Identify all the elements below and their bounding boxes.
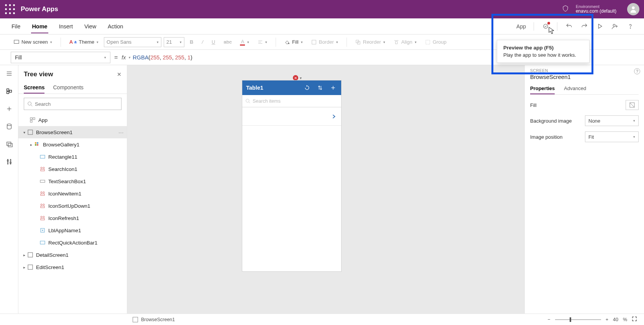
rail-hamburger-icon[interactable]: [5, 69, 14, 78]
bold-button[interactable]: B: [187, 38, 196, 46]
help-icon[interactable]: [623, 20, 637, 33]
svg-point-52: [43, 167, 44, 169]
svg-point-38: [7, 160, 8, 162]
chevron-down-icon[interactable]: ▾: [300, 76, 302, 80]
tree-node[interactable]: SearchIcon1: [18, 163, 127, 175]
menu-home[interactable]: Home: [31, 20, 48, 33]
tab-properties[interactable]: Properties: [530, 83, 555, 94]
app-preview-frame[interactable]: Table1 Search items: [242, 80, 341, 271]
tree-node[interactable]: LblAppName1: [18, 224, 127, 236]
text-align-button[interactable]: ▾: [255, 38, 270, 46]
tree-node[interactable]: TextSearchBox1: [18, 175, 127, 187]
tree-node-app[interactable]: App: [18, 114, 127, 126]
italic-button[interactable]: /: [199, 38, 206, 46]
rail-insert-icon[interactable]: [5, 104, 14, 113]
bgimage-select[interactable]: None▾: [585, 115, 639, 126]
menu-file[interactable]: File: [11, 20, 21, 33]
chevron-down-icon[interactable]: ▾: [21, 130, 27, 135]
rail-data-icon[interactable]: [5, 122, 14, 131]
tree-node-browsescreen[interactable]: ▾ BrowseScreen1 ···: [18, 126, 127, 138]
formula-input[interactable]: RGBA(255, 255, 255, 1): [133, 54, 192, 61]
font-size-select[interactable]: 21▾: [164, 37, 184, 47]
environment-icon[interactable]: [562, 5, 569, 13]
add-icon[interactable]: [329, 84, 337, 92]
zoom-slider[interactable]: [555, 319, 601, 320]
control-icon: [39, 215, 46, 221]
fill-color-picker[interactable]: [626, 100, 639, 110]
rail-media-icon[interactable]: [5, 140, 14, 149]
tree-node[interactable]: IconRefresh1: [18, 212, 127, 224]
panel-help-icon[interactable]: ?: [634, 68, 640, 74]
undo-icon[interactable]: [562, 20, 576, 33]
status-screen-name: BrowseScreen1: [141, 317, 175, 322]
tree-node-editscreen[interactable]: ▸EditScreen1: [18, 261, 127, 273]
strikethrough-button[interactable]: abc: [220, 38, 235, 46]
close-icon[interactable]: ✕: [117, 71, 122, 77]
textbox-icon: [39, 179, 46, 184]
chevron-right-icon[interactable]: ▸: [21, 265, 27, 269]
fit-to-window-icon[interactable]: [632, 316, 637, 323]
sort-icon[interactable]: [316, 84, 324, 92]
user-avatar[interactable]: [627, 3, 639, 15]
tab-advanced[interactable]: Advanced: [564, 83, 586, 94]
zoom-in-button[interactable]: +: [606, 317, 608, 322]
svg-point-40: [28, 102, 31, 105]
menu-action[interactable]: Action: [107, 20, 124, 33]
error-indicator[interactable]: ✕ ▾: [293, 75, 302, 80]
group-button[interactable]: Group: [422, 38, 450, 46]
tree-node-detailscreen[interactable]: ▸DetailScreen1: [18, 249, 127, 261]
tab-components[interactable]: Components: [53, 82, 83, 94]
svg-rect-50: [40, 155, 45, 158]
underline-button[interactable]: U: [209, 38, 218, 46]
canvas-area[interactable]: ✕ ▾ Table1 Search items: [127, 65, 524, 314]
svg-point-0: [5, 4, 7, 6]
tree-node-browsegallery[interactable]: ▸ BrowseGallery1: [18, 138, 127, 151]
fill-button[interactable]: Fill▾: [281, 38, 306, 46]
menu-insert[interactable]: Insert: [58, 20, 74, 33]
tree-node[interactable]: IconSortUpDown1: [18, 200, 127, 212]
imgpos-select[interactable]: Fit▾: [585, 131, 639, 142]
reorder-button[interactable]: Reorder▾: [352, 38, 388, 46]
font-family-select[interactable]: Open Sans▾: [104, 37, 161, 47]
app-header: Table1: [242, 80, 341, 95]
theme-button[interactable]: Aa Theme▾: [66, 38, 102, 46]
fill-label: Fill: [292, 39, 299, 45]
redo-icon[interactable]: [577, 20, 591, 33]
font-color-button[interactable]: A▾: [237, 37, 252, 47]
menu-view[interactable]: View: [84, 20, 97, 33]
share-icon[interactable]: [608, 20, 622, 33]
property-selector[interactable]: Fill▾: [11, 52, 110, 63]
chevron-right-icon[interactable]: ▸: [28, 143, 34, 147]
gallery-row[interactable]: [242, 107, 341, 126]
app-settings-link[interactable]: App: [516, 23, 526, 30]
app-launcher-icon[interactable]: [5, 4, 15, 15]
tab-screens[interactable]: Screens: [24, 82, 44, 94]
new-screen-button[interactable]: New screen▾: [11, 38, 55, 46]
fx-button[interactable]: fx▾: [122, 54, 130, 61]
svg-point-62: [41, 216, 42, 218]
svg-rect-30: [9, 90, 11, 92]
mouse-cursor: [549, 27, 555, 34]
tree-node[interactable]: RectQuickActionBar1: [18, 236, 127, 249]
align-button[interactable]: Align▾: [391, 38, 420, 46]
rail-advanced-tools-icon[interactable]: [5, 157, 14, 166]
zoom-out-button[interactable]: −: [547, 317, 550, 322]
tree-search-input[interactable]: [24, 98, 122, 110]
chevron-right-icon[interactable]: ▸: [21, 253, 27, 257]
svg-rect-49: [37, 144, 38, 146]
tree-search-field[interactable]: [35, 101, 118, 107]
refresh-icon[interactable]: [303, 84, 311, 92]
svg-rect-43: [33, 118, 35, 120]
preview-play-icon[interactable]: [593, 20, 606, 33]
environment-picker[interactable]: Environment enavu.com (default): [576, 4, 616, 14]
app-search-box[interactable]: Search items: [242, 95, 341, 107]
gallery-body[interactable]: [242, 126, 341, 271]
rail-tree-view-icon[interactable]: [5, 87, 14, 96]
border-button[interactable]: Border▾: [308, 38, 341, 46]
tree-node[interactable]: IconNewItem1: [18, 187, 127, 200]
more-icon[interactable]: ···: [118, 130, 124, 135]
zoom-slider-thumb[interactable]: [570, 317, 571, 322]
svg-point-57: [43, 192, 44, 193]
theme-label: Theme: [79, 39, 94, 45]
tree-node[interactable]: Rectangle11: [18, 151, 127, 163]
